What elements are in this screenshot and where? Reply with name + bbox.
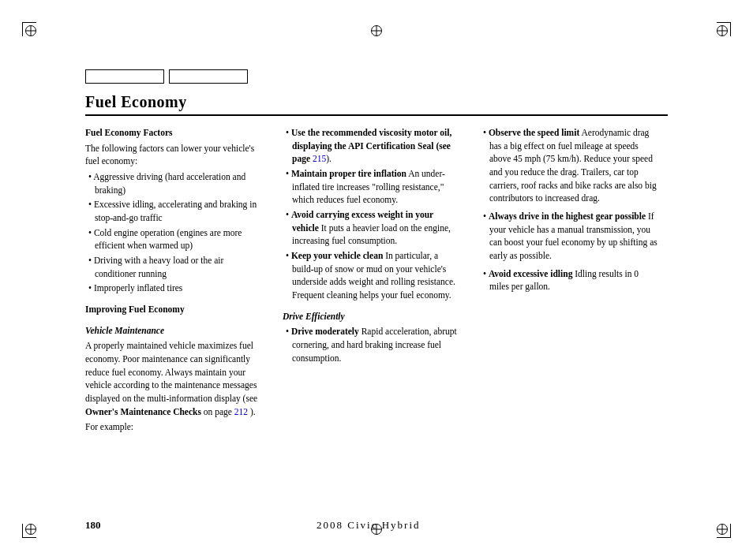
list-item-weight: Avoid carrying excess weight in your veh… — [283, 208, 461, 248]
reg-mark-tr — [717, 25, 728, 36]
page-215-link: 215 — [313, 154, 326, 163]
after-link: ). — [248, 407, 256, 416]
vehicle-maintenance-body: A properly maintained vehicle maximizes … — [85, 339, 264, 418]
list-item-highest-gear: Always drive in the highest gear possibl… — [480, 210, 658, 263]
header-tab-1 — [85, 69, 164, 84]
header-tab-2 — [169, 69, 248, 84]
drive-list: Drive moderately Rapid acceleration, abr… — [283, 325, 461, 364]
page-212-link: 212 — [234, 407, 248, 416]
drive-efficiently-section: Drive Efficiently Drive moderately Rapid… — [283, 310, 461, 365]
column2-list: Use the recommended viscosity motor oil,… — [283, 126, 461, 302]
section1-intro: The following factors can lower your veh… — [85, 142, 264, 168]
list-item-viscosity: Use the recommended viscosity motor oil,… — [283, 126, 461, 166]
column-2: Use the recommended viscosity motor oil,… — [273, 126, 470, 509]
reg-mark-tc — [371, 25, 382, 36]
column-3: Observe the speed limit Aerodynamic drag… — [470, 126, 668, 509]
reg-mark-tl — [25, 25, 36, 36]
idling-bold: Avoid excessive idling — [489, 269, 572, 278]
speed-text: Aerodynamic drag has a big effect on fue… — [489, 128, 657, 203]
for-example-text: For example: — [85, 420, 264, 434]
list-item-tire: Maintain proper tire inflation An under-… — [283, 167, 461, 207]
list-item: Driving with a heavy load or the air con… — [85, 254, 264, 280]
drive-moderate-bold: Drive moderately — [291, 327, 359, 336]
maintenance-text: A properly maintained vehicle maximizes … — [85, 341, 257, 403]
list-item-clean: Keep your vehicle clean In particular, a… — [283, 249, 461, 302]
tire-bold: Maintain proper tire inflation — [291, 169, 406, 178]
owners-maintenance-bold: Owner's Maintenance Checks — [85, 407, 201, 416]
fuel-factors-list: Aggressive driving (hard acceleration an… — [85, 170, 264, 295]
improving-fuel-heading: Improving Fuel Economy — [85, 303, 264, 316]
footer-vehicle-title: 2008 Civic Hybrid — [317, 519, 421, 532]
drive-efficiently-heading: Drive Efficiently — [283, 310, 461, 323]
footer: 180 2008 Civic Hybrid — [85, 519, 668, 532]
list-item: Cold engine operation (engines are more … — [85, 226, 264, 252]
list-item: Improperly inflated tires — [85, 282, 264, 295]
title-rule — [85, 114, 668, 116]
on-page-text: on page — [201, 407, 234, 416]
column-1: Fuel Economy Factors The following facto… — [85, 126, 273, 509]
clean-bold: Keep your vehicle clean — [291, 251, 383, 260]
content-area: Fuel Economy Factors The following facto… — [85, 126, 668, 509]
page-title: Fuel Economy — [85, 93, 668, 111]
vehicle-maintenance-heading: Vehicle Maintenance — [85, 324, 264, 338]
column3-list: Observe the speed limit Aerodynamic drag… — [480, 126, 658, 293]
list-item: Excessive idling, accelerating and braki… — [85, 198, 264, 224]
bullet1-end: ). — [326, 154, 332, 163]
improving-heading: Improving Fuel Economy — [85, 303, 264, 316]
reg-mark-bl — [25, 524, 36, 535]
fuel-economy-factors-heading: Fuel Economy Factors — [85, 126, 264, 140]
list-item-speed: Observe the speed limit Aerodynamic drag… — [480, 126, 658, 205]
highest-gear-bold: Always drive in the highest gear possibl… — [489, 211, 646, 221]
speed-bold: Observe the speed limit — [489, 128, 579, 137]
list-item-idling: Avoid excessive idling Idling results in… — [480, 267, 658, 293]
list-item: Aggressive driving (hard acceleration an… — [85, 170, 264, 196]
page-number: 180 — [85, 519, 101, 532]
reg-mark-br — [717, 524, 728, 535]
header-tabs — [85, 69, 248, 84]
list-item-drive-moderate: Drive moderately Rapid acceleration, abr… — [283, 325, 461, 364]
page-title-area: Fuel Economy — [85, 93, 668, 116]
